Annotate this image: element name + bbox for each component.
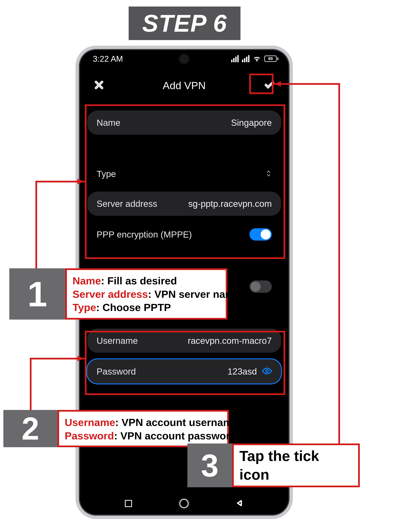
callout-number-2: 2 (3, 410, 57, 447)
signal-icon (231, 55, 239, 62)
type-field[interactable]: Type PPTP (87, 162, 281, 186)
username-label: Username (96, 336, 138, 346)
type-label: Type (96, 169, 116, 179)
password-field[interactable]: Password 123asd (87, 359, 281, 383)
nav-back-icon[interactable] (236, 499, 243, 508)
callout-2: Username: VPN account username Password:… (57, 410, 229, 447)
unknown-toggle[interactable] (249, 280, 272, 293)
ppp-label: PPP encryption (MPPE) (96, 229, 192, 240)
username-value: racevpn.com-macro7 (188, 336, 272, 346)
arrow-head-icon (273, 80, 281, 88)
confirm-tick-icon[interactable] (264, 80, 275, 91)
status-bar: 3:22 AM 89 (79, 49, 289, 69)
callout-3: Tap the tick icon (232, 444, 360, 487)
connector-line (30, 358, 85, 360)
battery-icon: 89 (264, 56, 278, 62)
nav-home-icon[interactable] (180, 499, 189, 508)
show-password-icon[interactable] (262, 366, 272, 377)
arrow-head-icon (77, 355, 85, 362)
wifi-icon (253, 55, 261, 63)
svg-point-0 (266, 370, 268, 372)
ppp-toggle[interactable] (249, 228, 272, 241)
page-title: Add VPN (163, 79, 206, 92)
signal-icon (242, 55, 249, 62)
close-icon[interactable] (94, 80, 104, 91)
server-address-field[interactable]: Server address sg-pptp.racevpn.com (87, 191, 281, 216)
name-value: Singapore (231, 118, 272, 128)
connector-line (273, 83, 340, 85)
chevron-updown-icon (266, 175, 272, 178)
arrow-head-icon (77, 178, 85, 185)
password-label: Password (96, 366, 136, 377)
callout-1: Name: Fill as desired Server address: VP… (65, 268, 227, 320)
server-value: sg-pptp.racevpn.com (188, 199, 272, 209)
callout-number-3: 3 (187, 444, 232, 487)
step-badge: STEP 6 (129, 7, 240, 40)
password-value: 123asd (228, 366, 257, 377)
nav-recents-icon[interactable] (125, 500, 132, 507)
app-header: Add VPN (79, 73, 289, 97)
username-field[interactable]: Username racevpn.com-macro7 (87, 329, 281, 353)
connector-line (35, 181, 37, 270)
server-label: Server address (96, 199, 157, 209)
name-label: Name (96, 118, 120, 128)
connector-line (338, 83, 340, 469)
nav-bar (79, 491, 289, 516)
type-value: PPTP (257, 175, 265, 178)
front-camera (178, 53, 190, 65)
step-label: STEP 6 (142, 9, 227, 37)
callout-number-1: 1 (9, 268, 65, 320)
name-field[interactable]: Name Singapore (87, 111, 281, 135)
ppp-encryption-row: PPP encryption (MPPE) (87, 222, 281, 247)
battery-level: 89 (268, 56, 273, 61)
connector-line (30, 358, 31, 412)
status-time: 3:22 AM (93, 54, 123, 64)
